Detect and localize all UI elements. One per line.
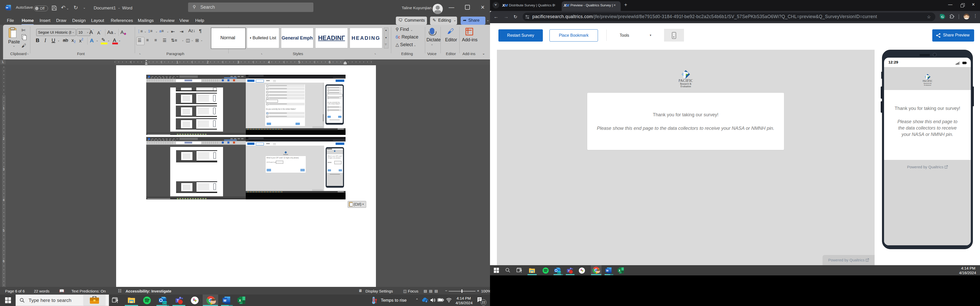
svg-text:W: W [6, 6, 8, 9]
svg-text:NEW: NEW [162, 302, 167, 304]
svg-text:G: G [941, 15, 944, 19]
svg-text:NEW: NEW [557, 272, 561, 274]
svg-text:i: i [426, 300, 427, 303]
svg-text:W: W [223, 299, 226, 303]
svg-text:X: X [239, 299, 241, 303]
svg-text:X: X [619, 269, 620, 272]
svg-text:W: W [606, 269, 609, 272]
